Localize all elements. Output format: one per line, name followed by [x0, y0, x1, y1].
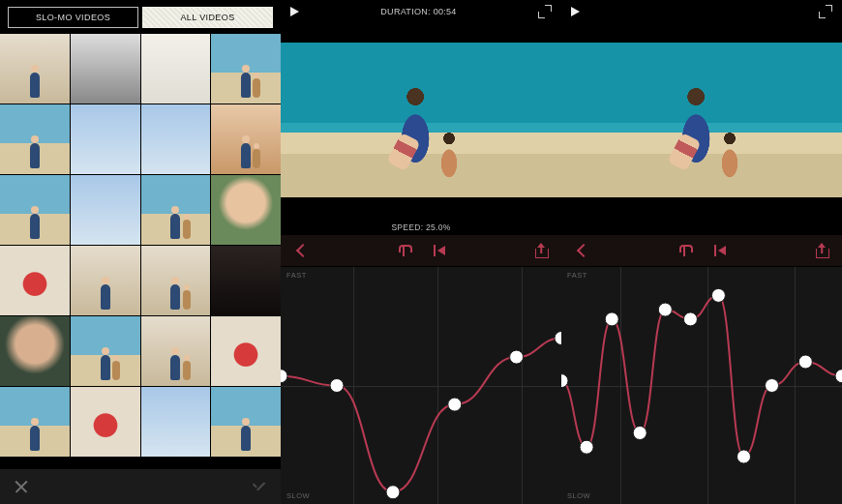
- curve-control-point[interactable]: [580, 440, 593, 454]
- curve-control-point[interactable]: [281, 370, 287, 383]
- video-thumbnail[interactable]: [0, 34, 70, 104]
- speed-curve-editor[interactable]: FAST SLOW: [561, 267, 842, 504]
- share-icon[interactable]: [534, 243, 548, 258]
- curve-control-point[interactable]: [798, 355, 812, 369]
- video-thumbnail[interactable]: [211, 34, 281, 104]
- video-thumbnail[interactable]: [71, 104, 140, 174]
- back-icon[interactable]: [294, 243, 310, 258]
- playhead-icon[interactable]: [677, 243, 691, 258]
- editor-panel-b: FAST SLOW: [561, 0, 842, 504]
- video-thumbnail[interactable]: [141, 387, 211, 457]
- video-thumbnail[interactable]: [71, 246, 140, 315]
- playhead-icon[interactable]: [397, 243, 410, 258]
- video-thumbnail-grid: [0, 34, 281, 469]
- video-thumbnail[interactable]: [71, 34, 140, 104]
- confirm-icon[interactable]: [252, 479, 267, 494]
- editor-toolbar: [561, 234, 842, 267]
- video-frame: [561, 43, 842, 197]
- video-thumbnail[interactable]: [211, 387, 281, 457]
- video-thumbnail[interactable]: [141, 246, 211, 315]
- curve-control-point[interactable]: [633, 427, 647, 440]
- video-thumbnail[interactable]: [0, 246, 70, 315]
- skip-start-icon[interactable]: [432, 243, 447, 258]
- curve-control-point[interactable]: [766, 379, 779, 393]
- video-preview[interactable]: [561, 23, 842, 217]
- tab-slomo-videos[interactable]: SLO-MO VIDEOS: [8, 7, 138, 28]
- video-thumbnail[interactable]: [71, 316, 140, 386]
- curve-control-point[interactable]: [510, 350, 524, 364]
- video-frame: [281, 43, 561, 197]
- speed-readout: SPEED: 25.0%: [281, 217, 561, 234]
- share-icon[interactable]: [815, 243, 828, 258]
- video-thumbnail[interactable]: [211, 175, 281, 245]
- video-thumbnail[interactable]: [211, 246, 281, 315]
- video-picker-panel: SLO-MO VIDEOS ALL VIDEOS: [0, 0, 281, 504]
- source-tabs: SLO-MO VIDEOS ALL VIDEOS: [0, 0, 281, 34]
- curve-control-point[interactable]: [555, 332, 561, 345]
- play-icon[interactable]: [571, 7, 580, 16]
- curve-control-point[interactable]: [330, 379, 344, 393]
- curve-control-point[interactable]: [605, 312, 618, 326]
- curve-control-point[interactable]: [737, 450, 751, 463]
- editor-topbar: [561, 0, 842, 23]
- video-thumbnail[interactable]: [211, 316, 281, 386]
- speed-readout-empty: [561, 217, 842, 234]
- video-thumbnail[interactable]: [71, 387, 140, 457]
- skip-start-icon[interactable]: [712, 243, 728, 258]
- video-thumbnail[interactable]: [141, 104, 211, 174]
- picker-footer: [0, 469, 281, 504]
- editor-toolbar: [281, 234, 561, 267]
- curve-control-point[interactable]: [835, 370, 842, 383]
- tab-all-videos[interactable]: ALL VIDEOS: [142, 7, 273, 28]
- video-thumbnail[interactable]: [141, 316, 211, 386]
- video-thumbnail[interactable]: [0, 175, 70, 245]
- video-thumbnail[interactable]: [211, 104, 281, 174]
- editor-panel-a: DURATION: 00:54 SPEED: 25.0% FAST SLOW: [281, 0, 561, 504]
- curve-control-point[interactable]: [448, 398, 462, 411]
- video-preview[interactable]: [281, 23, 561, 217]
- video-thumbnail[interactable]: [0, 387, 70, 457]
- curve-control-point[interactable]: [386, 486, 400, 499]
- curve-control-point[interactable]: [683, 312, 697, 326]
- video-thumbnail[interactable]: [0, 104, 70, 174]
- curve-control-point[interactable]: [658, 303, 672, 316]
- back-icon[interactable]: [575, 243, 590, 258]
- curve-control-point[interactable]: [711, 288, 725, 302]
- video-thumbnail[interactable]: [71, 175, 140, 245]
- video-thumbnail[interactable]: [141, 175, 211, 245]
- expand-icon[interactable]: [819, 5, 832, 18]
- expand-icon[interactable]: [538, 5, 552, 18]
- close-icon[interactable]: [14, 479, 29, 494]
- play-icon[interactable]: [290, 7, 299, 16]
- video-thumbnail[interactable]: [0, 316, 70, 386]
- speed-curve-editor[interactable]: FAST SLOW: [281, 267, 561, 504]
- duration-label: DURATION: 00:54: [380, 7, 456, 16]
- video-thumbnail[interactable]: [141, 34, 211, 104]
- editor-topbar: DURATION: 00:54: [281, 0, 561, 23]
